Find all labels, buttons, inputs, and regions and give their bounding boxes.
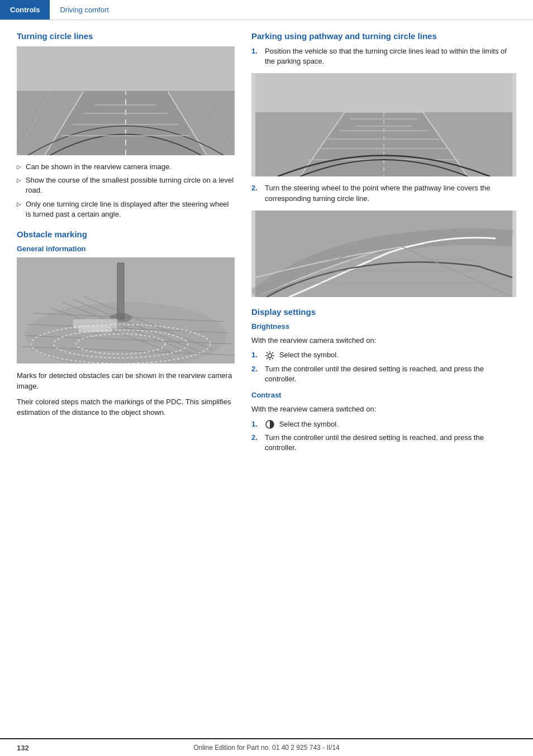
parking-steps-1: 1. Position the vehicle so that the turn…: [251, 46, 516, 66]
parking-image-2: [251, 210, 516, 297]
parking-title: Parking using pathway and turning circle…: [251, 31, 516, 41]
contrast-step-2: 2. Turn the controller until the desired…: [251, 433, 516, 453]
display-settings-section: Display settings Brightness With the rea…: [251, 307, 516, 453]
svg-rect-9: [17, 46, 235, 91]
obstacle-text1: Marks for detected obstacles can be show…: [17, 370, 235, 392]
online-edition-text: Online Edition for Part no. 01 40 2 925 …: [193, 744, 340, 752]
turning-circle-bullets: Can be shown in the rearview camera imag…: [17, 162, 235, 219]
page-footer: 132 Online Edition for Part no. 01 40 2 …: [0, 738, 533, 756]
svg-point-52: [268, 353, 272, 357]
contrast-steps: 1. Select the symbol. 2. Turn the contro…: [251, 419, 516, 453]
svg-rect-27: [78, 324, 112, 332]
parking-steps-2: 2. Turn the steering wheel to the point …: [251, 183, 516, 203]
header-controls-tab: Controls: [0, 0, 50, 20]
brightness-intro: With the rearview camera switched on:: [251, 335, 516, 346]
right-column: Parking using pathway and turning circle…: [251, 31, 516, 460]
brightness-title: Brightness: [251, 322, 516, 331]
left-column: Turning circle lines: [17, 31, 235, 460]
parking-step-1: 1. Position the vehicle so that the turn…: [251, 46, 516, 66]
turning-circle-image: [17, 46, 235, 155]
page-number: 132: [17, 744, 29, 752]
turning-circle-title: Turning circle lines: [17, 31, 235, 41]
brightness-steps: 1.: [251, 350, 516, 384]
display-settings-title: Display settings: [251, 307, 516, 317]
bullet-item: Show the course of the smallest possible…: [17, 175, 235, 195]
obstacle-text2: Their colored steps match the markings o…: [17, 396, 235, 418]
svg-line-60: [266, 358, 268, 359]
sun-icon: [265, 351, 275, 361]
driving-comfort-label: Driving comfort: [60, 6, 108, 14]
svg-rect-24: [117, 263, 124, 319]
obstacle-marking-image: [17, 257, 235, 363]
main-content: Turning circle lines: [0, 20, 533, 471]
contrast-step-1: 1. Select the symbol.: [251, 419, 516, 430]
bullet-item: Only one turning circle line is displaye…: [17, 199, 235, 219]
controls-label: Controls: [10, 6, 40, 14]
svg-line-59: [272, 352, 273, 353]
page-header: Controls Driving comfort: [0, 0, 533, 20]
brightness-step-1: 1.: [251, 350, 516, 361]
parking-step-2: 2. Turn the steering wheel to the point …: [251, 183, 516, 203]
contrast-title: Contrast: [251, 391, 516, 399]
bullet-item: Can be shown in the rearview camera imag…: [17, 162, 235, 172]
svg-line-58: [272, 358, 273, 359]
header-driving-tab: Driving comfort: [50, 0, 118, 20]
parking-image-1: [251, 73, 516, 176]
contrast-icon: [265, 419, 275, 429]
brightness-step-2: 2. Turn the controller until the desired…: [251, 364, 516, 384]
svg-line-57: [266, 352, 268, 353]
svg-rect-32: [255, 73, 512, 112]
general-information-title: General information: [17, 245, 235, 253]
obstacle-marking-title: Obstacle marking: [17, 229, 235, 239]
contrast-intro: With the rearview camera switched on:: [251, 404, 516, 415]
